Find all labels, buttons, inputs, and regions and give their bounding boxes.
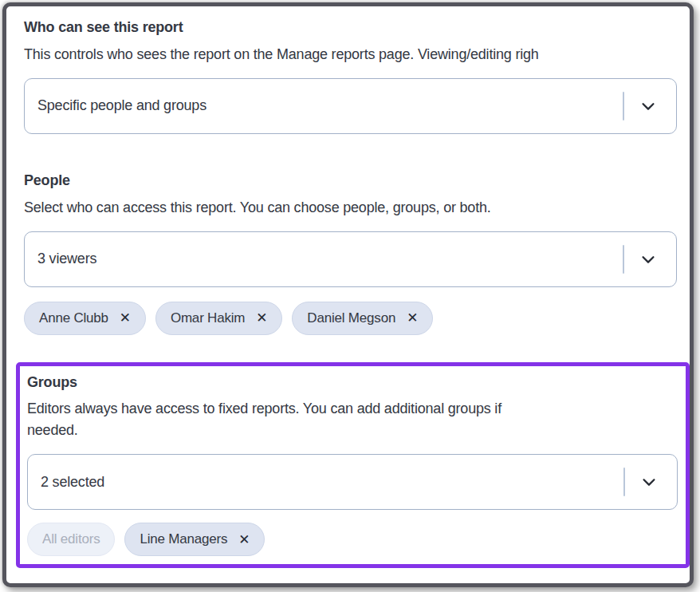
- chevron-down-icon: [640, 473, 658, 491]
- chip-person: Anne Clubb ✕: [24, 302, 146, 335]
- groups-select[interactable]: 2 selected: [27, 454, 678, 510]
- people-select-value: 3 viewers: [37, 251, 623, 267]
- chip-group-all-editors: All editors: [27, 523, 115, 556]
- groups-heading: Groups: [27, 373, 678, 393]
- chip-person: Omar Hakim ✕: [155, 302, 282, 335]
- select-divider: [623, 468, 625, 496]
- visibility-select-value: Specific people and groups: [37, 97, 623, 114]
- close-icon[interactable]: ✕: [256, 311, 267, 325]
- chip-label: Omar Hakim: [171, 310, 245, 326]
- section-visibility: Who can see this report This controls wh…: [24, 18, 677, 134]
- chip-label: All editors: [42, 531, 100, 547]
- people-heading: People: [24, 171, 677, 191]
- chevron-down-icon: [639, 97, 657, 115]
- groups-highlight-box: Groups Editors always have access to fix…: [16, 362, 690, 569]
- chip-label: Line Managers: [140, 531, 227, 547]
- people-description: Select who can access this report. You c…: [24, 197, 677, 219]
- section-groups: Groups Editors always have access to fix…: [27, 373, 678, 557]
- groups-description: Editors always have access to fixed repo…: [27, 398, 678, 441]
- close-icon[interactable]: ✕: [238, 533, 250, 547]
- people-select[interactable]: 3 viewers: [24, 231, 677, 287]
- screenshot-frame: Who can see this report This controls wh…: [2, 2, 694, 587]
- chevron-down-icon: [639, 251, 657, 268]
- groups-chips: All editors Line Managers ✕: [27, 523, 678, 556]
- close-icon[interactable]: ✕: [407, 311, 418, 325]
- chip-group: Line Managers ✕: [124, 523, 265, 556]
- chip-label: Daniel Megson: [307, 310, 395, 326]
- close-icon[interactable]: ✕: [120, 311, 131, 325]
- chip-label: Anne Clubb: [39, 310, 108, 326]
- people-chips: Anne Clubb ✕ Omar Hakim ✕ Daniel Megson …: [24, 302, 677, 335]
- chip-person: Daniel Megson ✕: [292, 302, 433, 335]
- select-divider: [623, 92, 624, 120]
- visibility-heading: Who can see this report: [24, 18, 677, 37]
- select-divider: [623, 245, 624, 274]
- visibility-description: This controls who sees the report on the…: [24, 44, 690, 65]
- report-sharing-form: Who can see this report This controls wh…: [6, 6, 690, 568]
- groups-select-value: 2 selected: [41, 474, 623, 491]
- visibility-select[interactable]: Specific people and groups: [24, 78, 677, 134]
- section-people: People Select who can access this report…: [24, 171, 677, 335]
